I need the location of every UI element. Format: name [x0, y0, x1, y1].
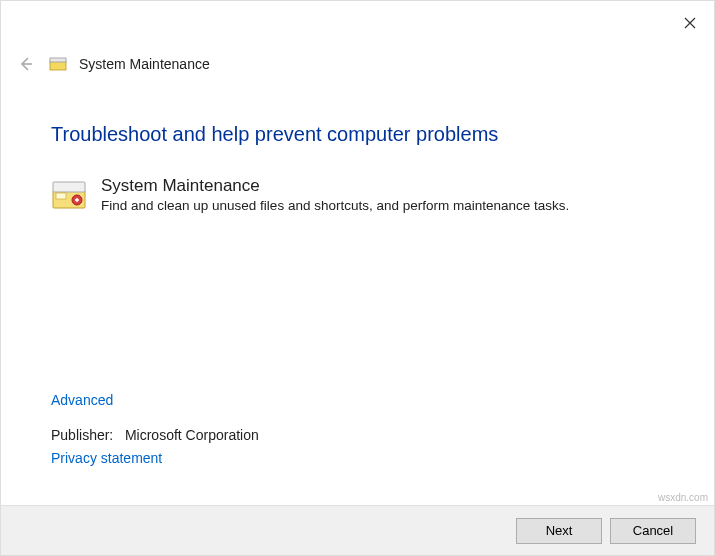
next-button[interactable]: Next: [516, 518, 602, 544]
close-button[interactable]: [678, 11, 702, 35]
header-bar: System Maintenance: [1, 39, 714, 79]
publisher-value: Microsoft Corporation: [125, 427, 259, 443]
svg-rect-4: [53, 182, 85, 192]
troubleshooter-icon: [49, 55, 67, 73]
publisher-line: Publisher: Microsoft Corporation: [51, 427, 664, 443]
troubleshooter-item: System Maintenance Find and clean up unu…: [51, 176, 664, 213]
svg-rect-5: [56, 193, 66, 199]
close-icon: [684, 17, 696, 29]
window-title: System Maintenance: [79, 56, 210, 72]
back-button[interactable]: [15, 53, 37, 75]
publisher-label: Publisher:: [51, 427, 113, 443]
back-arrow-icon: [17, 55, 35, 73]
footer-bar: Next Cancel: [1, 505, 714, 555]
main-heading: Troubleshoot and help prevent computer p…: [51, 123, 664, 146]
item-title: System Maintenance: [101, 176, 664, 196]
cancel-button[interactable]: Cancel: [610, 518, 696, 544]
system-maintenance-icon: [51, 176, 87, 212]
svg-rect-2: [50, 58, 66, 62]
advanced-link[interactable]: Advanced: [51, 392, 113, 408]
watermark-text: wsxdn.com: [658, 492, 708, 503]
privacy-statement-link[interactable]: Privacy statement: [51, 450, 162, 466]
item-description: Find and clean up unused files and short…: [101, 198, 664, 213]
